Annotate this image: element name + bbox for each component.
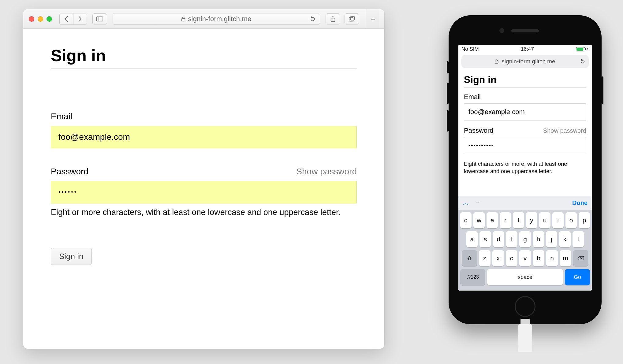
password-input[interactable]: •••••• (51, 181, 357, 203)
back-button[interactable] (60, 13, 73, 24)
email-field-group: Email foo@example.com (51, 112, 357, 148)
tabs-button[interactable] (345, 13, 359, 24)
key-b[interactable]: b (533, 250, 544, 266)
window-minimize-button[interactable] (38, 16, 43, 22)
clock-text: 16:47 (521, 46, 534, 52)
mobile-show-password-toggle[interactable]: Show password (543, 127, 586, 134)
share-button[interactable] (326, 13, 340, 24)
key-g[interactable]: g (519, 231, 531, 247)
window-zoom-button[interactable] (47, 16, 52, 22)
email-label: Email (51, 112, 72, 121)
key-z[interactable]: z (479, 250, 491, 266)
carrier-text: No SIM (461, 46, 479, 52)
password-hint: Eight or more characters, with at least … (51, 208, 357, 217)
forward-button[interactable] (73, 13, 87, 24)
kb-next-field-button[interactable]: ﹀ (475, 199, 481, 207)
key-backspace[interactable] (573, 250, 588, 266)
svg-rect-4 (349, 17, 353, 21)
key-p[interactable]: p (579, 212, 590, 228)
key-v[interactable]: v (519, 250, 531, 266)
key-m[interactable]: m (560, 250, 571, 266)
charging-icon: ⚡︎ (586, 47, 589, 51)
kb-row-2: a s d f g h j k l (460, 231, 590, 247)
mobile-password-label: Password (464, 127, 494, 135)
email-input[interactable]: foo@example.com (51, 126, 357, 148)
battery-icon (576, 47, 585, 51)
iphone-device: No SIM 16:47 ⚡︎ signin-form.glitch.me Si… (449, 15, 602, 324)
lock-icon (181, 17, 185, 21)
mobile-password-input[interactable]: •••••••••• (464, 137, 586, 154)
key-w[interactable]: w (473, 212, 485, 228)
key-d[interactable]: d (493, 231, 504, 247)
key-n[interactable]: n (546, 250, 558, 266)
mobile-reload-button[interactable] (580, 59, 585, 64)
url-text: signin-form.glitch.me (188, 15, 251, 23)
keyboard: q w e r t y u i o p a s d f g h (458, 210, 592, 291)
signin-button[interactable]: Sign in (51, 248, 92, 265)
mobile-email-input[interactable]: foo@example.com (464, 103, 586, 121)
key-go[interactable]: Go (565, 269, 590, 285)
key-r[interactable]: r (500, 212, 511, 228)
page-title: Sign in (51, 46, 357, 69)
key-t[interactable]: t (513, 212, 524, 228)
lightning-cable (518, 324, 532, 352)
mobile-password-hint: Eight characters or more, with at least … (464, 160, 586, 175)
password-field-group: Password Show password •••••• Eight or m… (51, 167, 357, 217)
key-k[interactable]: k (559, 231, 570, 247)
key-shift[interactable] (462, 250, 477, 266)
key-j[interactable]: j (546, 231, 557, 247)
kb-row-1: q w e r t y u i o p (460, 212, 590, 228)
home-button[interactable] (515, 296, 535, 317)
key-numbers[interactable]: .?123 (460, 269, 485, 285)
key-h[interactable]: h (533, 231, 544, 247)
address-bar[interactable]: signin-form.glitch.me (113, 13, 320, 25)
volume-up-button[interactable] (447, 83, 449, 104)
show-password-toggle[interactable]: Show password (296, 167, 357, 176)
key-a[interactable]: a (466, 231, 478, 247)
mute-switch[interactable] (447, 61, 449, 73)
key-e[interactable]: e (487, 212, 498, 228)
key-q[interactable]: q (460, 212, 472, 228)
kb-done-button[interactable]: Done (572, 199, 588, 206)
key-i[interactable]: i (552, 212, 564, 228)
svg-rect-6 (495, 61, 498, 64)
svg-rect-2 (182, 18, 185, 21)
keyboard-accessory-bar: ︿ ﹀ Done (458, 196, 592, 210)
window-controls (29, 16, 52, 22)
volume-down-button[interactable] (447, 110, 449, 132)
toolbar-right (326, 13, 359, 24)
keyboard-container: ︿ ﹀ Done q w e r t y u i o p (458, 196, 592, 291)
status-bar: No SIM 16:47 ⚡︎ (458, 45, 592, 54)
key-l[interactable]: l (573, 231, 584, 247)
key-y[interactable]: y (526, 212, 537, 228)
key-o[interactable]: o (565, 212, 577, 228)
safari-window: signin-form.glitch.me ＋ Sign in Email fo… (23, 9, 384, 349)
key-x[interactable]: x (492, 250, 504, 266)
sidebar-button[interactable] (92, 13, 107, 24)
reload-button[interactable] (310, 16, 315, 22)
mobile-page-content: Sign in Email foo@example.com Password S… (458, 70, 592, 196)
battery-indicator: ⚡︎ (576, 47, 589, 51)
key-space[interactable]: space (487, 269, 563, 285)
page-content: Sign in Email foo@example.com Password S… (23, 29, 384, 282)
kb-row-4: .?123 space Go (460, 269, 590, 285)
new-tab-button[interactable]: ＋ (367, 9, 379, 28)
key-s[interactable]: s (479, 231, 491, 247)
mobile-address-bar[interactable]: signin-form.glitch.me (461, 55, 589, 68)
mobile-url-text: signin-form.glitch.me (502, 58, 555, 65)
key-c[interactable]: c (506, 250, 517, 266)
power-button[interactable] (602, 76, 603, 104)
safari-titlebar: signin-form.glitch.me ＋ (23, 9, 384, 29)
svg-rect-0 (97, 17, 103, 21)
key-u[interactable]: u (539, 212, 550, 228)
lock-icon (495, 59, 498, 64)
kb-row-3: z x c v b n m (460, 250, 590, 266)
iphone-screen: No SIM 16:47 ⚡︎ signin-form.glitch.me Si… (458, 45, 592, 291)
svg-rect-5 (351, 17, 355, 20)
key-f[interactable]: f (506, 231, 517, 247)
mobile-page-title: Sign in (464, 74, 586, 87)
password-label: Password (51, 167, 88, 176)
mobile-email-label: Email (464, 93, 586, 101)
kb-prev-field-button[interactable]: ︿ (463, 199, 469, 207)
window-close-button[interactable] (29, 16, 34, 22)
